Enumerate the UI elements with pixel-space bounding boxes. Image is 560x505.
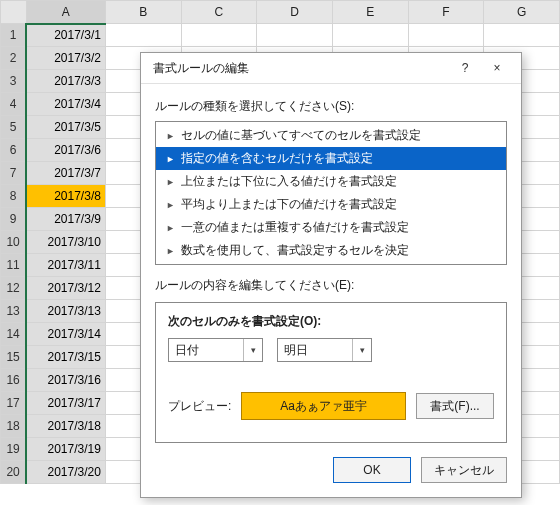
cell[interactable]: 2017/3/14 — [26, 323, 105, 346]
cell[interactable]: 2017/3/19 — [26, 438, 105, 461]
format-preview: Aaあぁアァ亜宇 — [241, 392, 406, 420]
row-header[interactable]: 19 — [1, 438, 27, 461]
rule-type-label: 数式を使用して、書式設定するセルを決定 — [181, 242, 409, 259]
cell[interactable]: 2017/3/3 — [26, 70, 105, 93]
dialog-title: 書式ルールの編集 — [153, 60, 449, 77]
dialog-footer: OK キャンセル — [141, 447, 521, 497]
row-header[interactable]: 4 — [1, 93, 27, 116]
cell[interactable]: 2017/3/11 — [26, 254, 105, 277]
row-header[interactable]: 10 — [1, 231, 27, 254]
cell[interactable]: 2017/3/12 — [26, 277, 105, 300]
cell[interactable]: 2017/3/17 — [26, 392, 105, 415]
cancel-button[interactable]: キャンセル — [421, 457, 507, 483]
row-header[interactable]: 16 — [1, 369, 27, 392]
row-header[interactable]: 15 — [1, 346, 27, 369]
row-header[interactable]: 18 — [1, 415, 27, 438]
column-header[interactable]: A — [26, 1, 105, 24]
dialog-titlebar: 書式ルールの編集 ? × — [141, 53, 521, 84]
column-header[interactable]: D — [257, 1, 333, 24]
help-icon[interactable]: ? — [449, 56, 481, 80]
row-header[interactable]: 7 — [1, 162, 27, 185]
row-header[interactable]: 8 — [1, 185, 27, 208]
rule-type-item[interactable]: ►上位または下位に入る値だけを書式設定 — [156, 170, 506, 193]
chevron-down-icon: ▾ — [352, 339, 371, 361]
cell[interactable] — [408, 24, 484, 47]
row-header[interactable]: 1 — [1, 24, 27, 47]
row-header[interactable]: 14 — [1, 323, 27, 346]
operand2-value: 明日 — [278, 342, 352, 359]
cell[interactable]: 2017/3/7 — [26, 162, 105, 185]
preview-sample-text: Aaあぁアァ亜宇 — [280, 398, 367, 415]
column-header[interactable]: C — [181, 1, 257, 24]
bullet-icon: ► — [166, 223, 175, 233]
cell[interactable] — [257, 24, 333, 47]
row-header[interactable]: 9 — [1, 208, 27, 231]
row-header[interactable]: 12 — [1, 277, 27, 300]
rule-type-label: 指定の値を含むセルだけを書式設定 — [181, 150, 373, 167]
column-header[interactable]: G — [484, 1, 560, 24]
column-header[interactable]: F — [408, 1, 484, 24]
bullet-icon: ► — [166, 131, 175, 141]
rule-edit-label: ルールの内容を編集してください(E): — [155, 277, 507, 294]
rule-type-item[interactable]: ►セルの値に基づいてすべてのセルを書式設定 — [156, 124, 506, 147]
column-header[interactable]: B — [105, 1, 181, 24]
cell[interactable]: 2017/3/8 — [26, 185, 105, 208]
cell[interactable]: 2017/3/6 — [26, 139, 105, 162]
rule-type-item[interactable]: ►数式を使用して、書式設定するセルを決定 — [156, 239, 506, 262]
rule-type-label: ルールの種類を選択してください(S): — [155, 98, 507, 115]
rule-type-item[interactable]: ►一意の値または重複する値だけを書式設定 — [156, 216, 506, 239]
row-header[interactable]: 6 — [1, 139, 27, 162]
rule-type-label: セルの値に基づいてすべてのセルを書式設定 — [181, 127, 421, 144]
bullet-icon: ► — [166, 154, 175, 164]
edit-formatting-rule-dialog: 書式ルールの編集 ? × ルールの種類を選択してください(S): ►セルの値に基… — [140, 52, 522, 498]
ok-button[interactable]: OK — [333, 457, 411, 483]
rule-type-item[interactable]: ►指定の値を含むセルだけを書式設定 — [156, 147, 506, 170]
cell[interactable]: 2017/3/2 — [26, 47, 105, 70]
row-header[interactable]: 2 — [1, 47, 27, 70]
rule-type-listbox[interactable]: ►セルの値に基づいてすべてのセルを書式設定►指定の値を含むセルだけを書式設定►上… — [155, 121, 507, 265]
chevron-down-icon: ▾ — [243, 339, 262, 361]
row-header[interactable]: 13 — [1, 300, 27, 323]
row-header[interactable]: 11 — [1, 254, 27, 277]
cell[interactable]: 2017/3/20 — [26, 461, 105, 484]
cell[interactable] — [105, 24, 181, 47]
rule-type-label: 平均より上または下の値だけを書式設定 — [181, 196, 397, 213]
cell[interactable]: 2017/3/16 — [26, 369, 105, 392]
cell[interactable]: 2017/3/18 — [26, 415, 105, 438]
operand1-select[interactable]: 日付 ▾ — [168, 338, 263, 362]
preview-label: プレビュー: — [168, 398, 231, 415]
cell[interactable]: 2017/3/5 — [26, 116, 105, 139]
bullet-icon: ► — [166, 246, 175, 256]
panel-title: 次のセルのみを書式設定(O): — [168, 313, 494, 330]
cell[interactable]: 2017/3/1 — [26, 24, 105, 47]
bullet-icon: ► — [166, 200, 175, 210]
column-header[interactable]: E — [332, 1, 408, 24]
cell[interactable]: 2017/3/4 — [26, 93, 105, 116]
format-button[interactable]: 書式(F)... — [416, 393, 494, 419]
operand2-select[interactable]: 明日 ▾ — [277, 338, 372, 362]
row-header[interactable]: 5 — [1, 116, 27, 139]
cell[interactable] — [332, 24, 408, 47]
cell[interactable] — [484, 24, 560, 47]
row-header[interactable]: 17 — [1, 392, 27, 415]
close-icon[interactable]: × — [481, 56, 513, 80]
operand1-value: 日付 — [169, 342, 243, 359]
row-header[interactable]: 3 — [1, 70, 27, 93]
cell[interactable]: 2017/3/9 — [26, 208, 105, 231]
bullet-icon: ► — [166, 177, 175, 187]
rule-type-item[interactable]: ►平均より上または下の値だけを書式設定 — [156, 193, 506, 216]
rule-type-label: 上位または下位に入る値だけを書式設定 — [181, 173, 397, 190]
row-header[interactable]: 20 — [1, 461, 27, 484]
rule-edit-panel: 次のセルのみを書式設定(O): 日付 ▾ 明日 ▾ プレビュー: Aaあぁアァ亜… — [155, 302, 507, 443]
rule-type-label: 一意の値または重複する値だけを書式設定 — [181, 219, 409, 236]
cell[interactable] — [181, 24, 257, 47]
cell[interactable]: 2017/3/13 — [26, 300, 105, 323]
cell[interactable]: 2017/3/15 — [26, 346, 105, 369]
cell[interactable]: 2017/3/10 — [26, 231, 105, 254]
